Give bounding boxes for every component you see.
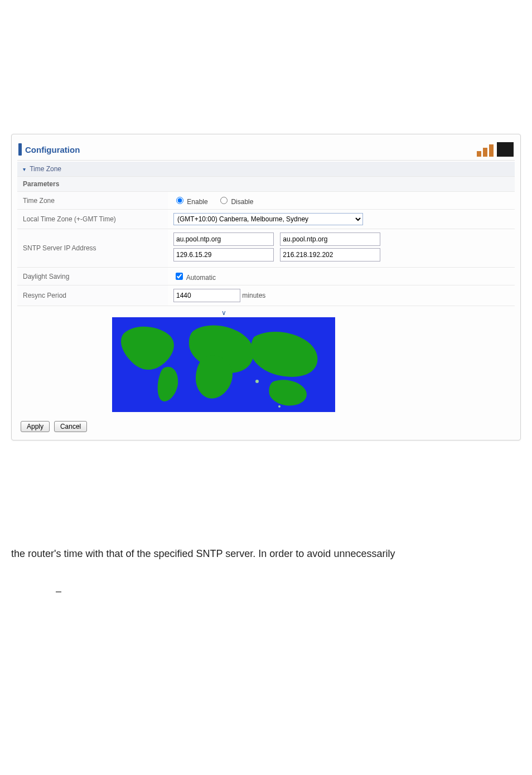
sntp-server-2[interactable]: [280, 232, 380, 246]
label-daylight: Daylight Saving: [17, 268, 168, 285]
map-pointer-icon: ∨: [112, 309, 335, 317]
section-title: Time Zone: [30, 165, 61, 173]
parameters-label: Parameters: [17, 177, 515, 192]
radio-enable[interactable]: [176, 197, 183, 204]
radio-enable-wrap[interactable]: Enable: [173, 198, 210, 206]
label-local-time-zone: Local Time Zone (+-GMT Time): [17, 210, 168, 229]
logo-bars-icon: [477, 144, 494, 157]
configuration-panel: Configuration ▾ Time Zone Parameters Tim: [11, 134, 521, 440]
parameters-table: ▾ Time Zone Parameters Time Zone Enable: [17, 162, 515, 415]
sntp-server-4[interactable]: [280, 248, 380, 261]
paragraph-text: the router's time with that of the speci…: [11, 548, 395, 559]
local-time-zone-select[interactable]: (GMT+10:00) Canberra, Melbourne, Sydney: [173, 213, 363, 225]
radio-enable-label: Enable: [187, 198, 207, 206]
svg-point-1: [255, 380, 259, 383]
apply-button[interactable]: Apply: [21, 421, 50, 432]
row-local-time-zone: Local Time Zone (+-GMT Time) (GMT+10:00)…: [17, 210, 515, 229]
sntp-server-3[interactable]: [173, 248, 274, 261]
cancel-button[interactable]: Cancel: [54, 421, 87, 432]
row-daylight: Daylight Saving Automatic: [17, 268, 515, 285]
logo-text-block: [497, 142, 514, 157]
button-bar: Apply Cancel: [17, 415, 515, 434]
row-resync: Resync Period minutes: [17, 285, 515, 306]
body-text: the router's time with that of the speci…: [11, 546, 521, 599]
row-sntp: SNTP Server IP Address: [17, 229, 515, 268]
brand-logo: [477, 142, 514, 157]
sntp-server-1[interactable]: [173, 232, 274, 246]
daylight-checkbox-label: Automatic: [186, 274, 216, 282]
panel-header: Configuration: [17, 140, 515, 161]
paragraph-dash: –: [56, 584, 521, 599]
parameters-subheader: Parameters: [17, 177, 515, 192]
time-zone-radio-group: Enable Disable: [173, 198, 261, 206]
label-time-zone: Time Zone: [17, 192, 168, 210]
svg-point-2: [278, 405, 280, 408]
resync-unit: minutes: [242, 292, 265, 299]
row-map: ∨: [17, 306, 515, 416]
radio-disable-label: Disable: [231, 198, 253, 206]
section-time-zone[interactable]: ▾ Time Zone: [17, 162, 515, 177]
panel-accent-bar: [18, 143, 22, 156]
row-time-zone: Time Zone Enable Disable: [17, 192, 515, 210]
caret-down-icon: ▾: [23, 166, 26, 172]
label-resync: Resync Period: [17, 285, 168, 306]
daylight-checkbox-wrap[interactable]: Automatic: [173, 274, 216, 282]
resync-input[interactable]: [173, 289, 240, 302]
panel-title: Configuration: [25, 145, 80, 154]
world-map[interactable]: [112, 317, 335, 412]
radio-disable-wrap[interactable]: Disable: [217, 198, 253, 206]
label-sntp: SNTP Server IP Address: [17, 229, 168, 268]
daylight-checkbox[interactable]: [176, 273, 183, 280]
radio-disable[interactable]: [220, 197, 228, 204]
